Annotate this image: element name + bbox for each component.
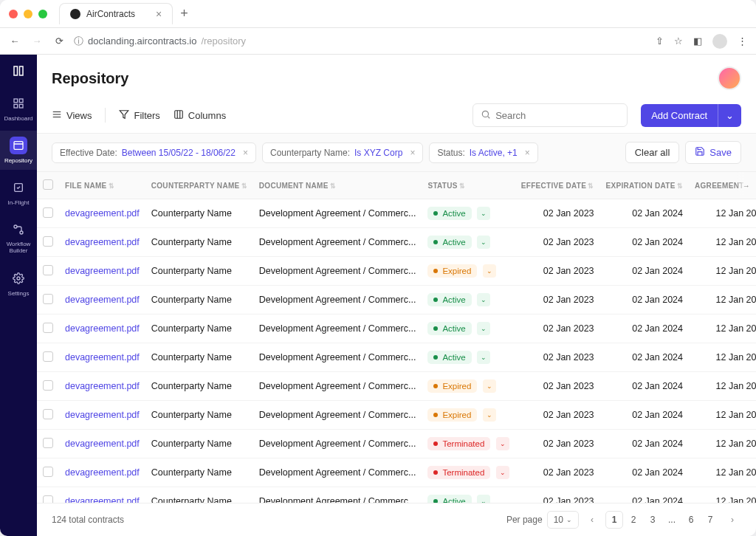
table-row[interactable]: devagreement.pdf Counterparty Name Devel… <box>37 199 756 228</box>
status-dropdown-icon[interactable]: ⌄ <box>477 495 490 503</box>
forward-icon[interactable]: → <box>31 35 43 47</box>
status-dropdown-icon[interactable]: ⌄ <box>496 437 509 450</box>
row-checkbox[interactable] <box>43 294 53 304</box>
address-field[interactable]: ⓘ doclanding.aircontracts.io/repository <box>74 35 647 48</box>
col-counterparty[interactable]: COUNTERPARTY NAME⇅ <box>145 172 253 199</box>
chip-remove-icon[interactable]: × <box>410 148 415 158</box>
row-checkbox[interactable] <box>43 495 53 504</box>
file-link[interactable]: devagreement.pdf <box>65 381 140 391</box>
table-row[interactable]: devagreement.pdf Counterparty Name Devel… <box>37 257 756 286</box>
columns-button[interactable]: Columns <box>173 109 226 122</box>
file-link[interactable]: devagreement.pdf <box>65 295 140 305</box>
table-row[interactable]: devagreement.pdf Counterparty Name Devel… <box>37 228 756 257</box>
status-dropdown-icon[interactable]: ⌄ <box>496 466 509 479</box>
file-link[interactable]: devagreement.pdf <box>65 410 140 420</box>
col-document[interactable]: DOCUMENT NAME⇅ <box>253 172 422 199</box>
sidebar-item-dashboard[interactable]: Dashboard <box>0 89 37 128</box>
status-dropdown-icon[interactable]: ⌄ <box>477 207 490 220</box>
status-dropdown-icon[interactable]: ⌄ <box>477 293 490 306</box>
per-page-select[interactable]: 10 ⌄ <box>547 511 579 529</box>
file-link[interactable]: devagreement.pdf <box>65 352 140 363</box>
table-row[interactable]: devagreement.pdf Counterparty Name Devel… <box>37 286 756 315</box>
status-dropdown-icon[interactable]: ⌄ <box>483 264 496 278</box>
table-row[interactable]: devagreement.pdf Counterparty Name Devel… <box>37 343 756 372</box>
row-checkbox[interactable] <box>43 323 53 333</box>
table-row[interactable]: devagreement.pdf Counterparty Name Devel… <box>37 487 756 504</box>
next-page-button[interactable]: › <box>724 511 741 529</box>
row-checkbox[interactable] <box>43 351 53 362</box>
page-number-button[interactable]: 7 <box>701 511 719 529</box>
row-checkbox[interactable] <box>43 409 53 419</box>
search-input[interactable] <box>495 110 619 121</box>
table-row[interactable]: devagreement.pdf Counterparty Name Devel… <box>37 430 756 458</box>
app-logo-icon[interactable] <box>10 62 27 80</box>
chip-remove-icon[interactable]: × <box>243 148 248 158</box>
file-link[interactable]: devagreement.pdf <box>65 237 140 247</box>
file-link[interactable]: devagreement.pdf <box>65 467 140 478</box>
page-number-button[interactable]: 6 <box>682 511 700 529</box>
file-link[interactable]: devagreement.pdf <box>65 323 140 334</box>
filter-chip-effective-date[interactable]: Effective Date: Between 15/05/22 - 18/06… <box>52 142 256 163</box>
minimize-window-icon[interactable] <box>24 10 32 18</box>
table-row[interactable]: devagreement.pdf Counterparty Name Devel… <box>37 372 756 401</box>
row-checkbox[interactable] <box>43 380 53 391</box>
status-dropdown-icon[interactable]: ⌄ <box>483 379 496 393</box>
sidebar-item-inflight[interactable]: In-Flight <box>0 173 37 212</box>
close-window-icon[interactable] <box>9 10 18 18</box>
chip-remove-icon[interactable]: × <box>525 148 530 158</box>
status-dropdown-icon[interactable]: ⌄ <box>477 322 490 335</box>
sidebar-item-workflow[interactable]: Workflow Builder <box>0 215 37 261</box>
col-file-name[interactable]: FILE NAME⇅ <box>59 172 145 199</box>
status-badge: Active <box>427 351 471 364</box>
profile-icon[interactable] <box>712 34 727 49</box>
search-box[interactable] <box>472 103 628 127</box>
file-link[interactable]: devagreement.pdf <box>65 208 140 219</box>
prev-page-button[interactable]: ‹ <box>583 511 601 529</box>
table-row[interactable]: devagreement.pdf Counterparty Name Devel… <box>37 315 756 343</box>
scroll-right-icon[interactable]: → <box>737 172 756 199</box>
add-contract-caret[interactable]: ⌄ <box>718 104 741 127</box>
page-number-button[interactable]: 2 <box>625 511 642 529</box>
table-row[interactable]: devagreement.pdf Counterparty Name Devel… <box>37 458 756 487</box>
share-icon[interactable]: ⇧ <box>656 35 664 47</box>
row-checkbox[interactable] <box>43 467 53 477</box>
row-checkbox[interactable] <box>43 438 53 448</box>
new-tab-icon[interactable]: + <box>180 6 188 21</box>
status-dropdown-icon[interactable]: ⌄ <box>477 236 490 249</box>
site-info-icon[interactable]: ⓘ <box>74 35 83 48</box>
reload-icon[interactable]: ⟳ <box>53 35 65 47</box>
menu-icon[interactable]: ⋮ <box>738 35 747 47</box>
close-tab-icon[interactable]: × <box>156 8 162 20</box>
col-expiration[interactable]: EXPIRATION DATE⇅ <box>600 172 689 199</box>
filters-button[interactable]: Filters <box>119 109 159 122</box>
file-link[interactable]: devagreement.pdf <box>65 496 140 503</box>
row-checkbox[interactable] <box>43 265 53 275</box>
maximize-window-icon[interactable] <box>38 10 47 18</box>
col-effective[interactable]: EFFECTIVE DATE⇅ <box>515 172 600 199</box>
row-checkbox[interactable] <box>43 207 53 218</box>
page-number-button[interactable]: 1 <box>605 511 623 529</box>
sidebar-item-settings[interactable]: Settings <box>0 264 37 303</box>
status-dropdown-icon[interactable]: ⌄ <box>477 351 490 364</box>
file-link[interactable]: devagreement.pdf <box>65 439 140 449</box>
extensions-icon[interactable]: ◧ <box>693 35 702 47</box>
clear-all-button[interactable]: Clear all <box>625 142 680 163</box>
save-view-button[interactable]: Save <box>685 141 741 164</box>
user-avatar[interactable] <box>718 66 741 90</box>
col-status[interactable]: STATUS⇅ <box>422 172 515 199</box>
sidebar-item-repository[interactable]: Repository <box>0 131 37 170</box>
bookmark-icon[interactable]: ☆ <box>674 35 683 47</box>
views-button[interactable]: Views <box>52 109 92 122</box>
browser-tab[interactable]: AirContracts × <box>59 3 173 24</box>
page-number-button[interactable]: 3 <box>644 511 662 529</box>
status-dropdown-icon[interactable]: ⌄ <box>483 408 496 422</box>
file-link[interactable]: devagreement.pdf <box>65 266 140 276</box>
table-scroll[interactable]: FILE NAME⇅ COUNTERPARTY NAME⇅ DOCUMENT N… <box>37 172 756 503</box>
add-contract-button[interactable]: Add Contract <box>641 104 718 127</box>
back-icon[interactable]: ← <box>9 35 21 47</box>
select-all-checkbox[interactable] <box>43 179 53 190</box>
filter-chip-counterparty[interactable]: Counterparty Name: Is XYZ Corp × <box>262 142 423 163</box>
table-row[interactable]: devagreement.pdf Counterparty Name Devel… <box>37 401 756 430</box>
row-checkbox[interactable] <box>43 236 53 247</box>
filter-chip-status[interactable]: Status: Is Active, +1 × <box>429 142 537 163</box>
